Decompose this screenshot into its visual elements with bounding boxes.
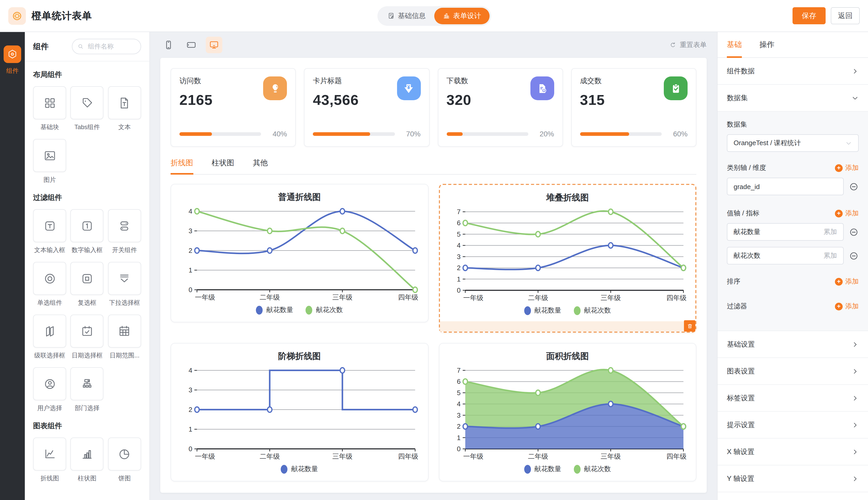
remove-field-icon[interactable] — [849, 251, 859, 261]
component-item[interactable]: 数字输入框 — [70, 209, 104, 255]
svg-text:0: 0 — [189, 286, 192, 294]
metric-field[interactable]: 献花数量 累加 — [727, 223, 844, 241]
chart-widget[interactable]: 阶梯折线图 01234一年级二年级三年级四年级 献花数量 — [170, 343, 428, 481]
component-item[interactable]: 日期范围... — [108, 315, 141, 360]
component-hexagon-icon — [4, 45, 21, 63]
plus-circle-icon: + — [835, 303, 843, 310]
component-item[interactable]: 开关组件 — [108, 209, 141, 255]
progress-percent: 60% — [668, 130, 688, 138]
svg-text:1: 1 — [189, 425, 192, 433]
settings-row[interactable]: Y 轴设置 — [717, 465, 868, 492]
settings-row[interactable]: 标签设置 — [717, 385, 868, 412]
component-item[interactable]: 日期选择框 — [70, 315, 104, 360]
device-phone-button[interactable] — [160, 37, 177, 53]
svg-text:3: 3 — [189, 227, 192, 235]
settings-row[interactable]: 基础设置 — [717, 331, 868, 358]
row-component-data[interactable]: 组件数据 — [717, 58, 868, 85]
tab-basic-info[interactable]: 基础信息 — [379, 8, 434, 24]
component-card — [70, 209, 104, 242]
svg-text:0: 0 — [457, 286, 460, 294]
device-tablet-button[interactable] — [183, 37, 200, 53]
component-label: 图片 — [43, 175, 56, 184]
legend-item[interactable]: 献花数量 — [256, 305, 293, 315]
device-desktop-button[interactable] — [206, 37, 222, 53]
component-item[interactable]: 文本 — [108, 86, 141, 132]
component-item[interactable]: Tabs组件 — [70, 86, 104, 132]
chart-widget[interactable]: 面积折线图 01234567一年级二年级三年级四年级 献花数量 献花次数 — [439, 343, 697, 481]
remove-field-icon[interactable] — [849, 182, 859, 191]
tab-other-charts[interactable]: 其他 — [253, 158, 268, 174]
legend-label: 献花数量 — [267, 305, 293, 315]
inspector-tab-basic[interactable]: 基础 — [727, 32, 742, 57]
page-title: 橙单统计表单 — [32, 9, 92, 22]
component-item[interactable]: 图片 — [33, 139, 66, 184]
inspector-tab-actions[interactable]: 操作 — [759, 32, 775, 57]
tab-form-design[interactable]: 表单设计 — [434, 8, 489, 24]
settings-row-label: Y 轴设置 — [727, 474, 754, 483]
component-item[interactable]: 基础块 — [33, 86, 66, 132]
canvas-toolbar: 重置表单 — [160, 32, 707, 58]
rail-item-components[interactable]: 组件 — [4, 45, 21, 76]
component-item[interactable]: 下拉选择框 — [108, 262, 141, 307]
save-button[interactable]: 保存 — [792, 7, 826, 24]
component-item[interactable]: 单选组件 — [33, 262, 66, 307]
settings-row[interactable]: 提示设置 — [717, 412, 868, 439]
settings-row[interactable]: X 轴设置 — [717, 439, 868, 465]
stat-card-title: 卡片标题 — [313, 77, 359, 86]
add-dimension-button[interactable]: + 添加 — [835, 163, 859, 172]
component-label: 柱状图 — [78, 474, 97, 483]
legend-label: 献花次数 — [584, 306, 611, 315]
chart-title: 阶梯折线图 — [179, 343, 420, 365]
settings-row[interactable]: 图表设置 — [717, 358, 868, 385]
legend-item[interactable]: 献花次数 — [574, 306, 611, 315]
delete-component-button[interactable] — [684, 320, 695, 332]
metric-field[interactable]: 献花次数 累加 — [727, 247, 844, 264]
settings-row[interactable]: 标题设置 — [717, 492, 868, 500]
chart-plot: 01234一年级二年级三年级四年级 — [180, 206, 420, 303]
dimension-field[interactable]: grade_id — [727, 178, 844, 195]
tab-line-charts[interactable]: 折线图 — [170, 158, 193, 174]
tab-basic-info-label: 基础信息 — [398, 11, 426, 20]
component-label: 复选框 — [78, 298, 97, 307]
component-item[interactable]: 饼图 — [108, 438, 141, 483]
component-item[interactable]: 用户选择 — [33, 367, 66, 413]
legend-label: 献花次数 — [316, 305, 343, 315]
legend-item[interactable]: 献花数量 — [281, 464, 318, 474]
tab-bar-charts[interactable]: 柱状图 — [212, 158, 234, 174]
back-button[interactable]: 返回 — [831, 7, 860, 24]
legend-marker — [524, 465, 531, 474]
chart-widget-selected[interactable]: 堆叠折线图 01234567一年级二年级三年级四年级 献花数量 献花次数 — [439, 184, 697, 333]
legend-item[interactable]: 献花次数 — [306, 305, 343, 315]
component-item[interactable]: 柱状图 — [70, 438, 104, 483]
chart-widget[interactable]: 普通折线图 01234一年级二年级三年级四年级 献花数量 献花次数 — [170, 184, 428, 322]
component-item[interactable]: 部门选择 — [70, 367, 104, 413]
dataset-select[interactable]: OrangeTest / 课程统计 — [727, 134, 859, 152]
component-item[interactable]: 文本输入框 — [33, 209, 66, 255]
legend-item[interactable]: 献花数量 — [524, 464, 561, 474]
component-item[interactable]: 折线图 — [33, 438, 66, 483]
add-filter-button[interactable]: + 添加 — [835, 302, 859, 311]
legend-item[interactable]: 献花次数 — [574, 464, 611, 474]
settings-row-label: X 轴设置 — [727, 447, 755, 456]
stat-card[interactable]: 成交数 315 60% — [571, 68, 697, 147]
add-sort-button[interactable]: + 添加 — [835, 277, 859, 286]
settings-row-label: 基础设置 — [727, 340, 755, 349]
stat-card[interactable]: 下载数 320 20% — [438, 68, 563, 147]
reset-form-button[interactable]: 重置表单 — [669, 40, 707, 49]
cascade-icon — [43, 324, 57, 338]
inspector-panel: 基础 操作 组件数据 数据集 数据集 OrangeTest / 课程统计 类别轴… — [717, 32, 868, 500]
stat-card[interactable]: 访问数 2165 40% — [170, 68, 296, 147]
stat-card[interactable]: 卡片标题 43,566 70% — [304, 68, 430, 147]
component-item[interactable]: 级联选择框 — [33, 315, 66, 360]
text-input-icon — [43, 219, 57, 233]
row-dataset[interactable]: 数据集 — [717, 85, 868, 112]
grid-icon — [43, 96, 57, 110]
remove-field-icon[interactable] — [849, 227, 859, 237]
component-item[interactable]: 复选框 — [70, 262, 104, 307]
legend-label: 献花数量 — [535, 464, 561, 474]
chevron-right-icon — [852, 367, 859, 375]
legend-item[interactable]: 献花数量 — [524, 306, 561, 315]
progress-bar — [313, 132, 395, 136]
add-metric-button[interactable]: + 添加 — [835, 209, 859, 218]
refresh-icon — [669, 41, 677, 49]
